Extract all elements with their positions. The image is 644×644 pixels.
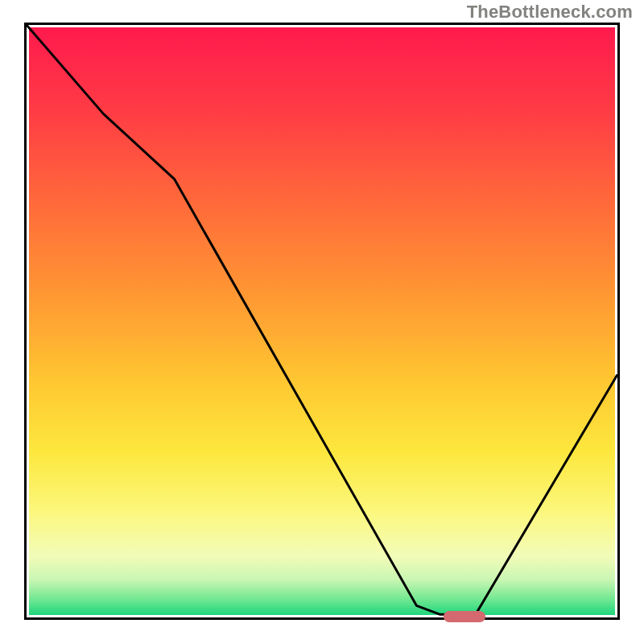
plot-area bbox=[27, 25, 617, 617]
bottleneck-curve bbox=[27, 25, 617, 614]
plot-frame bbox=[24, 23, 620, 620]
optimum-marker bbox=[444, 611, 485, 622]
curve-layer bbox=[27, 25, 617, 617]
source-label: TheBottleneck.com bbox=[467, 2, 633, 23]
